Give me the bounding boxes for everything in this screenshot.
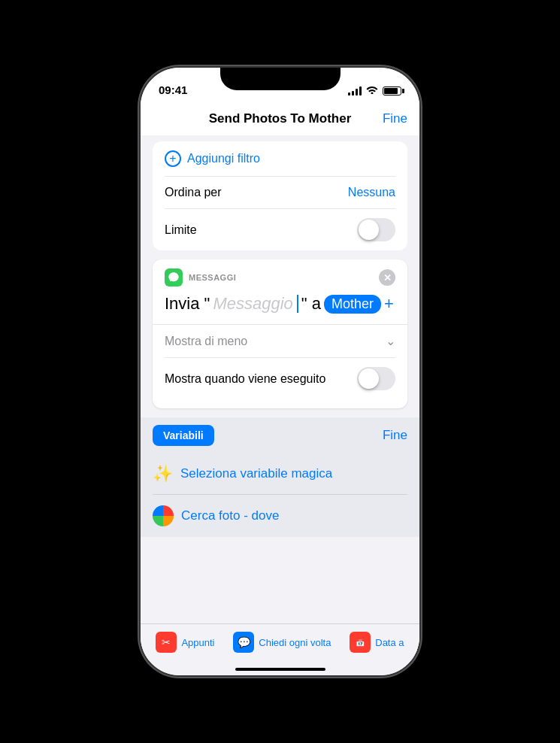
toggle-thumb <box>359 220 379 240</box>
add-recipient-button[interactable]: + <box>384 294 394 314</box>
add-filter-row[interactable]: + Aggiungi filtro <box>165 141 395 177</box>
top-section: Send Photos To Mother Fine <box>141 101 419 135</box>
status-time: 09:41 <box>159 83 187 96</box>
messages-app-info: MESSAGGI <box>165 268 236 287</box>
toolbar-item-data[interactable]: 📅 Data a <box>350 632 404 653</box>
variables-bar: Variabili Fine <box>141 417 419 453</box>
send-a-text: " a <box>301 294 321 314</box>
recipient-badge[interactable]: Mother <box>324 295 381 314</box>
phone-frame: 09:41 S <box>139 66 421 677</box>
variable-label-photo: Cerca foto - dove <box>181 508 279 523</box>
add-filter-icon: + <box>165 150 181 167</box>
messages-card: MESSAGGI ✕ Invia " Messaggio " a Mother … <box>153 259 407 408</box>
variable-item-magic[interactable]: ✨ Seleziona variabile magica <box>153 453 407 495</box>
filter-section: + Aggiungi filtro Ordina per Nessuna Lim… <box>153 141 407 250</box>
header: Send Photos To Mother Fine <box>153 101 407 135</box>
show-when-row: Mostra quando viene eseguito <box>165 358 395 399</box>
messages-app-label: MESSAGGI <box>189 273 236 282</box>
send-invia-text: Invia " <box>165 294 210 314</box>
messages-header: MESSAGGI ✕ <box>165 268 395 287</box>
sort-value: Nessuna <box>348 186 395 199</box>
variable-label-magic: Seleziona variabile magica <box>180 466 332 481</box>
header-fine-button[interactable]: Fine <box>377 111 407 126</box>
cursor <box>297 295 298 313</box>
toolbar-item-appunti[interactable]: ✂ Appunti <box>156 632 214 653</box>
sort-label: Ordina per <box>165 186 222 199</box>
variables-fine-button[interactable]: Fine <box>383 428 407 443</box>
scissors-icon: ✂ <box>156 632 177 653</box>
limit-label: Limite <box>165 223 197 237</box>
notch <box>220 68 341 90</box>
toolbar-appunti-label: Appunti <box>181 637 214 648</box>
chat-icon: 💬 <box>233 632 254 653</box>
wifi-icon <box>366 85 378 96</box>
show-when-toggle[interactable] <box>357 367 395 390</box>
home-indicator <box>235 668 325 671</box>
side-button-right <box>420 331 421 376</box>
variables-button[interactable]: Variabili <box>153 425 214 446</box>
main-content: Send Photos To Mother Fine + Aggiungi fi… <box>141 101 419 675</box>
message-placeholder[interactable]: Messaggio <box>213 294 292 314</box>
sort-row[interactable]: Ordina per Nessuna <box>165 177 395 209</box>
variable-item-photo[interactable]: Cerca foto - dove <box>153 495 407 537</box>
show-less-row[interactable]: Mostra di meno ⌄ <box>165 325 395 358</box>
add-filter-label: Aggiungi filtro <box>187 152 260 165</box>
magic-wand-icon: ✨ <box>153 464 173 484</box>
toolbar-chiedi-label: Chiedi ogni volta <box>259 637 331 648</box>
show-when-label: Mostra quando viene eseguito <box>165 372 325 386</box>
close-button[interactable]: ✕ <box>379 269 395 286</box>
toolbar-data-label: Data a <box>375 637 404 648</box>
message-send-row: Invia " Messaggio " a Mother + <box>165 294 395 314</box>
battery-icon <box>383 86 401 96</box>
bottom-toolbar: ✂ Appunti 💬 Chiedi ogni volta 📅 Data a <box>141 623 419 660</box>
messages-app-icon <box>165 268 183 287</box>
page-title: Send Photos To Mother <box>183 111 377 126</box>
variables-list: ✨ Seleziona variabile magica Cerca foto … <box>141 453 419 537</box>
show-less-label: Mostra di meno <box>165 335 247 348</box>
toggle-thumb-2 <box>359 368 379 389</box>
photos-icon <box>153 505 174 526</box>
limit-toggle[interactable] <box>357 218 395 241</box>
signal-bars-icon <box>348 86 362 96</box>
status-icons <box>348 85 401 96</box>
toolbar-item-chiedi[interactable]: 💬 Chiedi ogni volta <box>233 632 331 653</box>
limit-row: Limite <box>165 209 395 250</box>
calendar-icon: 📅 <box>350 632 371 653</box>
chevron-down-icon: ⌄ <box>386 334 395 348</box>
